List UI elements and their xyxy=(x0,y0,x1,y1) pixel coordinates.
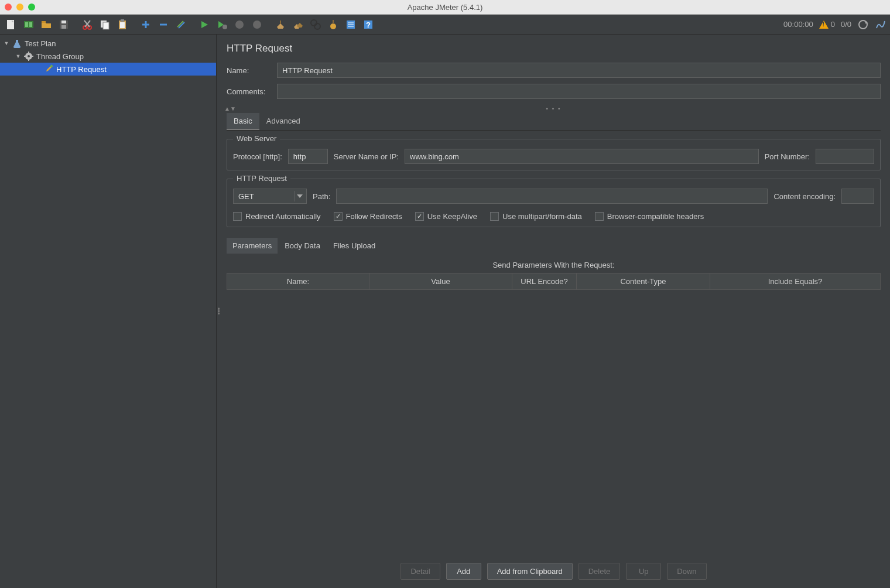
web-server-legend: Web Server xyxy=(233,134,280,143)
paste-icon[interactable] xyxy=(115,17,130,32)
svg-text:?: ? xyxy=(366,20,371,29)
toggle-icon[interactable] xyxy=(173,17,189,32)
search-icon[interactable] xyxy=(308,17,323,32)
name-input[interactable] xyxy=(277,63,881,78)
svg-rect-7 xyxy=(61,20,66,23)
protocol-input[interactable] xyxy=(288,149,328,164)
col-content-type[interactable]: Content-Type xyxy=(577,274,710,289)
svg-rect-17 xyxy=(120,22,125,28)
server-name-label: Server Name or IP: xyxy=(334,152,399,161)
svg-point-42 xyxy=(28,55,30,57)
tree-node-http-request[interactable]: HTTP Request xyxy=(0,63,216,76)
tab-advanced[interactable]: Advanced xyxy=(259,113,307,130)
subtab-parameters[interactable]: Parameters xyxy=(227,238,278,254)
flask-icon xyxy=(12,38,22,49)
warning-indicator[interactable]: 0 xyxy=(819,20,835,29)
templates-icon[interactable] xyxy=(21,17,36,32)
follow-redirects-checkbox[interactable]: Follow Redirects xyxy=(334,212,402,221)
svg-point-31 xyxy=(330,23,336,29)
redirect-auto-checkbox[interactable]: Redirect Automatically xyxy=(233,212,321,221)
method-select[interactable]: GET xyxy=(233,189,307,204)
svg-point-25 xyxy=(222,25,227,29)
copy-icon[interactable] xyxy=(97,17,112,32)
remove-icon[interactable] xyxy=(156,17,171,32)
toolbar: ? 00:00:00 0 0/0 xyxy=(0,15,890,35)
col-value[interactable]: Value xyxy=(369,274,512,289)
http-request-legend: HTTP Request xyxy=(233,174,290,183)
collapse-handle[interactable]: ▲▼ • • • xyxy=(224,105,883,112)
titlebar: Apache JMeter (5.4.1) xyxy=(0,0,890,15)
test-plan-tree[interactable]: ▼ Test Plan ▼ Thread Group HTTP Request xyxy=(0,35,217,588)
open-icon[interactable] xyxy=(39,17,54,32)
tree-node-thread-group[interactable]: ▼ Thread Group xyxy=(0,50,216,63)
add-icon[interactable] xyxy=(138,17,153,32)
port-input[interactable] xyxy=(816,149,874,164)
tree-label: Thread Group xyxy=(36,52,84,61)
svg-rect-3 xyxy=(25,22,28,27)
parameters-area: Send Parameters With the Request: Name: … xyxy=(227,261,881,582)
expand-arrow-icon[interactable]: ▼ xyxy=(15,53,21,59)
dropper-icon xyxy=(43,64,54,74)
comments-input[interactable] xyxy=(277,84,881,99)
shutdown-icon[interactable] xyxy=(249,17,265,32)
multipart-checkbox[interactable]: Use multipart/form-data xyxy=(490,212,582,221)
jmeter-logo-icon xyxy=(875,19,886,30)
elapsed-timer: 00:00:00 xyxy=(783,20,813,29)
svg-point-27 xyxy=(253,20,261,29)
expand-arrow-icon[interactable]: ▼ xyxy=(4,40,9,46)
name-label: Name: xyxy=(227,66,271,75)
warning-icon xyxy=(819,20,829,29)
parameters-table[interactable]: Name: Value URL Encode? Content-Type Inc… xyxy=(227,273,881,290)
server-name-input[interactable] xyxy=(405,149,759,164)
tree-label: HTTP Request xyxy=(56,65,107,74)
start-icon[interactable] xyxy=(197,17,212,32)
function-helper-icon[interactable] xyxy=(343,17,358,32)
port-label: Port Number: xyxy=(765,152,810,161)
add-from-clipboard-button[interactable]: Add from Clipboard xyxy=(487,563,573,580)
subtab-body-data[interactable]: Body Data xyxy=(279,238,326,254)
clear-all-icon[interactable] xyxy=(290,17,306,32)
help-icon[interactable]: ? xyxy=(361,17,376,32)
clear-icon[interactable] xyxy=(273,17,288,32)
stop-icon[interactable] xyxy=(232,17,247,32)
up-button[interactable]: Up xyxy=(626,563,661,580)
parameters-heading: Send Parameters With the Request: xyxy=(227,261,881,269)
detail-button[interactable]: Detail xyxy=(400,563,440,580)
start-no-pause-icon[interactable] xyxy=(214,17,230,32)
svg-rect-8 xyxy=(61,25,66,29)
body-tabs: Parameters Body Data Files Upload xyxy=(227,238,881,254)
main-area: ▼ Test Plan ▼ Thread Group HTTP Request … xyxy=(0,35,890,588)
path-input[interactable] xyxy=(336,189,768,204)
svg-rect-14 xyxy=(103,22,109,29)
svg-rect-5 xyxy=(42,21,46,23)
cut-icon[interactable] xyxy=(80,17,95,32)
reset-search-icon[interactable] xyxy=(326,17,341,32)
vertical-splitter[interactable]: ••• xyxy=(217,35,221,588)
keepalive-checkbox[interactable]: Use KeepAlive xyxy=(415,212,477,221)
new-icon[interactable] xyxy=(4,17,19,32)
tab-basic[interactable]: Basic xyxy=(227,113,259,130)
window-title: Apache JMeter (5.4.1) xyxy=(0,3,890,12)
tree-node-test-plan[interactable]: ▼ Test Plan xyxy=(0,37,216,50)
web-server-group: Web Server Protocol [http]: Server Name … xyxy=(227,139,881,170)
gear-icon xyxy=(23,51,34,61)
browser-compat-checkbox[interactable]: Browser-compatible headers xyxy=(595,212,704,221)
subtab-files-upload[interactable]: Files Upload xyxy=(327,238,381,254)
save-icon[interactable] xyxy=(56,17,71,32)
protocol-label: Protocol [http]: xyxy=(233,152,282,161)
svg-rect-16 xyxy=(121,19,124,22)
page-title: HTTP Request xyxy=(227,43,881,54)
encoding-input[interactable] xyxy=(841,189,874,204)
col-name[interactable]: Name: xyxy=(227,274,369,289)
loop-icon[interactable] xyxy=(857,19,869,30)
col-url-encode[interactable]: URL Encode? xyxy=(512,274,577,289)
delete-button[interactable]: Delete xyxy=(578,563,621,580)
svg-marker-23 xyxy=(201,21,208,28)
tree-label: Test Plan xyxy=(25,39,56,48)
add-button[interactable]: Add xyxy=(446,563,481,580)
svg-point-26 xyxy=(235,20,244,29)
config-tabs: Basic Advanced xyxy=(227,113,881,131)
svg-rect-4 xyxy=(29,22,32,27)
down-button[interactable]: Down xyxy=(667,563,706,580)
col-include-equals[interactable]: Include Equals? xyxy=(710,274,880,289)
